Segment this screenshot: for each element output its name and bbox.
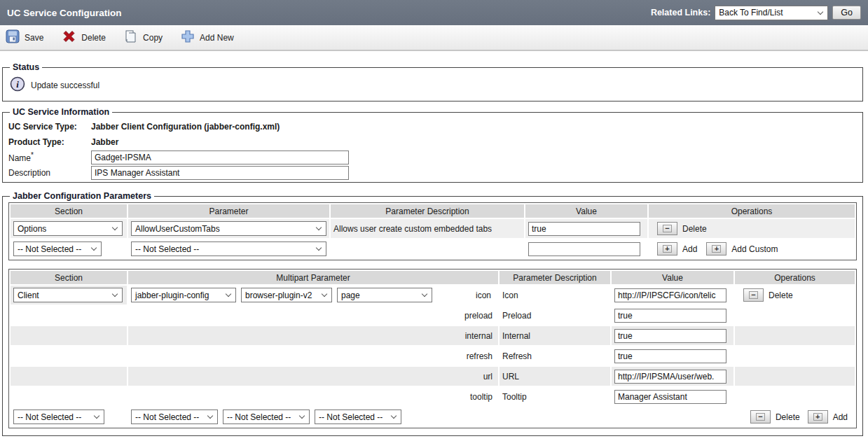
add-custom-button[interactable]: + [706,242,726,255]
multipart-params-table: Section Multipart Parameter Parameter De… [8,269,857,428]
delete-row-button[interactable]: − [750,410,771,424]
multipart-select-3[interactable]: page [337,288,432,302]
section-select[interactable]: Options [13,221,123,236]
parameter-description: Preload [500,306,610,325]
delete-x-icon [62,29,76,46]
delete-row-label: Delete [776,412,800,422]
table-row: preload Preload [11,306,855,325]
parameter-description: Tooltip [500,387,610,406]
parameter-select[interactable]: -- Not Selected -- [131,241,326,256]
description-input[interactable] [91,166,349,180]
col-header-section: Section [11,204,127,218]
param-key: refresh [128,346,498,365]
multipart-select-1[interactable]: jabber-plugin-config [131,288,236,302]
multipart-select-2[interactable]: -- Not Selected -- [223,410,310,424]
jabber-params-section: Jabber Configuration Parameters Section … [2,191,863,436]
minus-icon: − [663,225,672,232]
parameter-description: Icon [500,286,610,304]
description-label: Description [8,168,91,178]
table-row: url URL [11,367,855,386]
chevron-down-icon [299,413,305,419]
toolbar-copy-label: Copy [143,33,163,43]
minus-icon: − [756,413,765,421]
toolbar-save-label: Save [25,33,43,43]
toolbar-copy-button[interactable]: Copy [124,29,163,46]
value-input[interactable] [614,370,726,384]
add-row-button[interactable]: + [808,410,828,424]
related-links-selected-value: Back To Find/List [719,8,783,18]
toolbar-delete-button[interactable]: Delete [62,29,106,46]
multipart-select-1[interactable]: -- Not Selected -- [131,410,218,424]
delete-row-label: Delete [682,224,707,234]
value-input[interactable] [614,390,726,404]
toolbar-add-new-label: Add New [200,33,234,43]
multipart-select-3[interactable]: -- Not Selected -- [315,410,401,424]
save-icon [6,29,20,46]
section-select[interactable]: -- Not Selected -- [13,410,104,424]
table-row: tooltip Tooltip [11,387,855,406]
multipart-select-2[interactable]: browser-plugin-v2 [241,288,332,302]
table-row: internal Internal [11,326,855,345]
chevron-down-icon [422,291,427,297]
param-key: internal [128,326,498,345]
add-row-label: Add [833,412,848,422]
copy-icon [124,29,138,46]
delete-row-button[interactable]: − [743,288,764,302]
add-custom-label: Add Custom [731,244,778,254]
go-button[interactable]: Go [832,6,861,20]
value-input[interactable] [614,288,726,302]
col-header-multipart-parameter: Multipart Parameter [128,271,498,284]
title-bar: UC Service Configuration Related Links: … [0,0,868,25]
name-label: Name* [8,151,91,163]
related-links-group: Related Links: Back To Find/List Go [651,6,861,20]
add-row-button[interactable]: + [657,242,677,255]
table-row: -- Not Selected -- -- Not Selected -- --… [11,407,855,426]
parameter-description: Allows user create custom embedded tabs [331,219,524,238]
parameter-description: Internal [500,326,610,345]
value-input[interactable] [614,329,726,343]
plus-icon: + [663,245,672,253]
uc-service-info-legend: UC Service Information [10,107,112,117]
table-row: refresh Refresh [11,346,855,365]
chevron-down-icon [322,291,327,297]
col-header-parameter: Parameter [128,204,329,218]
value-input[interactable] [528,222,640,236]
plus-icon: + [813,413,822,421]
add-row-label: Add [682,244,697,254]
uc-service-info-section: UC Service Information UC Service Type: … [2,107,863,183]
parameter-description: URL [500,367,610,386]
status-legend: Status [10,62,42,72]
value-input[interactable] [614,349,726,363]
chevron-down-icon [226,291,231,297]
col-header-value: Value [612,271,733,284]
delete-row-button[interactable]: − [657,222,677,235]
chevron-down-icon [316,245,322,251]
table-row: Client jabber-plugin-config browser-plug… [11,286,855,304]
related-links-select[interactable]: Back To Find/List [715,6,828,20]
chevron-down-icon [112,225,118,230]
col-header-param-desc: Parameter Description [500,271,610,284]
info-icon: i [10,76,25,94]
param-key: preload [128,306,498,325]
uc-service-type-label: UC Service Type: [8,122,91,132]
delete-row-label: Delete [769,290,793,300]
name-input[interactable] [91,150,349,164]
value-input[interactable] [614,309,726,323]
jabber-params-legend: Jabber Configuration Parameters [10,191,154,201]
product-type-value: Jabber [91,137,118,147]
parameter-description: Refresh [500,346,610,365]
toolbar-save-button[interactable]: Save [6,29,43,46]
chevron-down-icon [818,8,823,14]
chevron-down-icon [112,291,118,297]
section-select[interactable]: -- Not Selected -- [13,241,102,256]
related-links-label: Related Links: [651,8,710,18]
table-row: -- Not Selected -- -- Not Selected -- + … [11,239,855,258]
value-input[interactable] [528,242,640,256]
section-select[interactable]: Client [13,288,123,302]
chevron-down-icon [91,245,97,251]
uc-service-type-value: Jabber Client Configuration (jabber-conf… [91,122,280,132]
parameter-select[interactable]: AllowUserCustomTabs [131,221,326,236]
product-type-label: Product Type: [8,137,91,147]
col-header-section: Section [11,271,127,284]
toolbar-add-new-button[interactable]: Add New [181,29,234,46]
